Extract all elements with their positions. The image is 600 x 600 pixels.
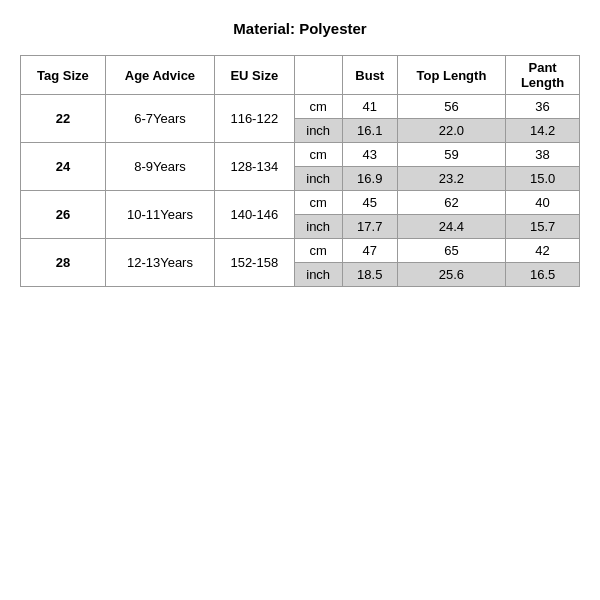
top-cm: 56	[397, 95, 505, 119]
size-table: Tag Size Age Advice EU Size Bust Top Len…	[20, 55, 580, 287]
col-unit	[294, 56, 342, 95]
table-row: 26 10-11Years 140-146 cm 45 62 40	[21, 191, 580, 215]
unit-cm: cm	[294, 143, 342, 167]
col-tag-size: Tag Size	[21, 56, 106, 95]
age-advice-cell: 10-11Years	[105, 191, 214, 239]
unit-cm: cm	[294, 95, 342, 119]
pant-inch: 14.2	[506, 119, 580, 143]
bust-inch: 17.7	[342, 215, 397, 239]
unit-inch: inch	[294, 167, 342, 191]
unit-inch: inch	[294, 119, 342, 143]
bust-cm: 43	[342, 143, 397, 167]
tag-size-cell: 28	[21, 239, 106, 287]
table-row: 22 6-7Years 116-122 cm 41 56 36	[21, 95, 580, 119]
top-cm: 59	[397, 143, 505, 167]
bust-cm: 47	[342, 239, 397, 263]
pant-cm: 42	[506, 239, 580, 263]
eu-size-cell: 140-146	[215, 191, 295, 239]
top-inch: 22.0	[397, 119, 505, 143]
unit-cm: cm	[294, 239, 342, 263]
top-cm: 62	[397, 191, 505, 215]
unit-cm: cm	[294, 191, 342, 215]
unit-inch: inch	[294, 263, 342, 287]
age-advice-cell: 12-13Years	[105, 239, 214, 287]
bust-inch: 16.9	[342, 167, 397, 191]
tag-size-cell: 24	[21, 143, 106, 191]
page-title: Material: Polyester	[233, 20, 366, 37]
col-pant-length: PantLength	[506, 56, 580, 95]
col-age-advice: Age Advice	[105, 56, 214, 95]
top-inch: 24.4	[397, 215, 505, 239]
tag-size-cell: 26	[21, 191, 106, 239]
table-header-row: Tag Size Age Advice EU Size Bust Top Len…	[21, 56, 580, 95]
bust-cm: 41	[342, 95, 397, 119]
pant-inch: 15.7	[506, 215, 580, 239]
top-inch: 25.6	[397, 263, 505, 287]
pant-cm: 38	[506, 143, 580, 167]
age-advice-cell: 6-7Years	[105, 95, 214, 143]
pant-cm: 40	[506, 191, 580, 215]
col-bust: Bust	[342, 56, 397, 95]
tag-size-cell: 22	[21, 95, 106, 143]
table-row: 24 8-9Years 128-134 cm 43 59 38	[21, 143, 580, 167]
col-eu-size: EU Size	[215, 56, 295, 95]
eu-size-cell: 128-134	[215, 143, 295, 191]
pant-inch: 16.5	[506, 263, 580, 287]
table-row: 28 12-13Years 152-158 cm 47 65 42	[21, 239, 580, 263]
top-inch: 23.2	[397, 167, 505, 191]
bust-inch: 16.1	[342, 119, 397, 143]
eu-size-cell: 116-122	[215, 95, 295, 143]
bust-inch: 18.5	[342, 263, 397, 287]
age-advice-cell: 8-9Years	[105, 143, 214, 191]
bust-cm: 45	[342, 191, 397, 215]
top-cm: 65	[397, 239, 505, 263]
col-top-length: Top Length	[397, 56, 505, 95]
pant-inch: 15.0	[506, 167, 580, 191]
unit-inch: inch	[294, 215, 342, 239]
pant-cm: 36	[506, 95, 580, 119]
eu-size-cell: 152-158	[215, 239, 295, 287]
